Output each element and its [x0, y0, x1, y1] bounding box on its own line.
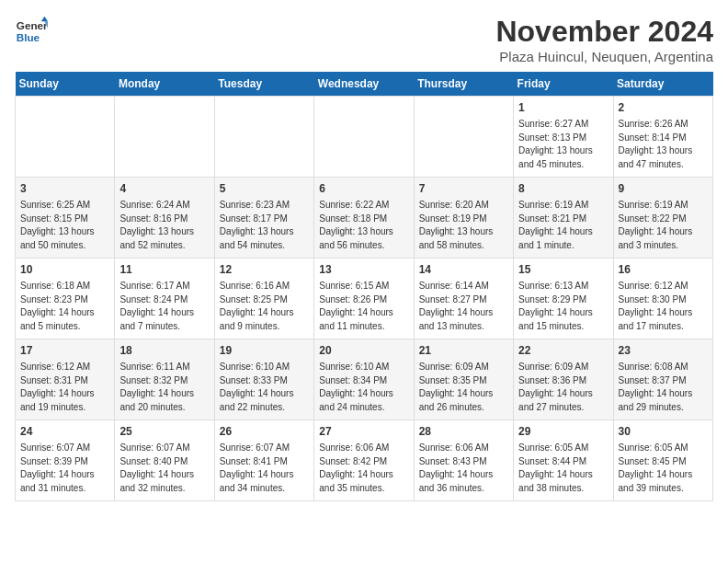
calendar-week-row: 1Sunrise: 6:27 AM Sunset: 8:13 PM Daylig…	[16, 97, 713, 178]
day-number: 16	[619, 262, 708, 277]
calendar-cell: 11Sunrise: 6:17 AM Sunset: 8:24 PM Dayli…	[115, 259, 214, 339]
calendar-cell: 16Sunrise: 6:12 AM Sunset: 8:30 PM Dayli…	[613, 259, 712, 339]
day-info: Sunrise: 6:24 AM Sunset: 8:16 PM Dayligh…	[119, 200, 194, 250]
calendar-cell: 19Sunrise: 6:10 AM Sunset: 8:33 PM Dayli…	[214, 339, 313, 420]
day-info: Sunrise: 6:19 AM Sunset: 8:22 PM Dayligh…	[619, 200, 693, 250]
page-title: November 2024	[495, 15, 713, 49]
day-number: 1	[518, 100, 608, 115]
day-number: 17	[20, 343, 109, 358]
calendar-cell: 25Sunrise: 6:07 AM Sunset: 8:40 PM Dayli…	[115, 420, 214, 501]
day-info: Sunrise: 6:08 AM Sunset: 8:37 PM Dayligh…	[619, 362, 693, 412]
calendar-cell: 3Sunrise: 6:25 AM Sunset: 8:15 PM Daylig…	[16, 178, 115, 259]
day-info: Sunrise: 6:12 AM Sunset: 8:31 PM Dayligh…	[20, 362, 95, 412]
day-number: 21	[419, 343, 508, 358]
header-monday: Monday	[115, 72, 214, 97]
day-number: 20	[319, 343, 408, 358]
logo: General Blue	[15, 15, 48, 48]
calendar-cell: 28Sunrise: 6:06 AM Sunset: 8:43 PM Dayli…	[414, 420, 513, 501]
day-number: 24	[20, 424, 109, 439]
day-info: Sunrise: 6:23 AM Sunset: 8:17 PM Dayligh…	[220, 200, 294, 250]
day-info: Sunrise: 6:07 AM Sunset: 8:41 PM Dayligh…	[220, 442, 294, 493]
calendar-cell: 15Sunrise: 6:13 AM Sunset: 8:29 PM Dayli…	[514, 259, 613, 339]
day-number: 19	[220, 343, 309, 358]
header-sunday: Sunday	[16, 72, 115, 97]
day-number: 27	[319, 424, 408, 439]
day-info: Sunrise: 6:15 AM Sunset: 8:26 PM Dayligh…	[319, 281, 393, 331]
day-number: 29	[518, 424, 608, 439]
calendar-cell: 17Sunrise: 6:12 AM Sunset: 8:31 PM Dayli…	[16, 339, 115, 420]
calendar-cell: 24Sunrise: 6:07 AM Sunset: 8:39 PM Dayli…	[16, 420, 115, 501]
calendar-table: SundayMondayTuesdayWednesdayThursdayFrid…	[15, 72, 713, 501]
calendar-cell: 14Sunrise: 6:14 AM Sunset: 8:27 PM Dayli…	[414, 259, 513, 339]
day-number: 4	[119, 181, 209, 196]
header-tuesday: Tuesday	[214, 72, 313, 97]
page-subtitle: Plaza Huincul, Neuquen, Argentina	[495, 49, 713, 64]
day-number: 14	[419, 262, 508, 277]
header-wednesday: Wednesday	[314, 72, 414, 97]
calendar-cell: 18Sunrise: 6:11 AM Sunset: 8:32 PM Dayli…	[115, 339, 214, 420]
header-saturday: Saturday	[613, 72, 712, 97]
calendar-cell: 22Sunrise: 6:09 AM Sunset: 8:36 PM Dayli…	[514, 339, 613, 420]
day-info: Sunrise: 6:18 AM Sunset: 8:23 PM Dayligh…	[20, 281, 95, 331]
calendar-cell	[414, 97, 513, 178]
day-number: 11	[119, 262, 209, 277]
day-info: Sunrise: 6:17 AM Sunset: 8:24 PM Dayligh…	[119, 281, 194, 331]
calendar-cell: 12Sunrise: 6:16 AM Sunset: 8:25 PM Dayli…	[214, 259, 313, 339]
calendar-cell: 9Sunrise: 6:19 AM Sunset: 8:22 PM Daylig…	[613, 178, 712, 259]
calendar-week-row: 3Sunrise: 6:25 AM Sunset: 8:15 PM Daylig…	[16, 178, 713, 259]
calendar-cell: 30Sunrise: 6:05 AM Sunset: 8:45 PM Dayli…	[613, 420, 712, 501]
day-info: Sunrise: 6:16 AM Sunset: 8:25 PM Dayligh…	[220, 281, 294, 331]
header: General Blue November 2024 Plaza Huincul…	[15, 15, 713, 64]
calendar-week-row: 24Sunrise: 6:07 AM Sunset: 8:39 PM Dayli…	[16, 420, 713, 501]
calendar-cell: 6Sunrise: 6:22 AM Sunset: 8:18 PM Daylig…	[314, 178, 414, 259]
day-info: Sunrise: 6:13 AM Sunset: 8:29 PM Dayligh…	[518, 281, 593, 331]
day-number: 6	[319, 181, 408, 196]
day-info: Sunrise: 6:09 AM Sunset: 8:35 PM Dayligh…	[419, 362, 494, 412]
calendar-cell: 5Sunrise: 6:23 AM Sunset: 8:17 PM Daylig…	[214, 178, 313, 259]
day-info: Sunrise: 6:27 AM Sunset: 8:13 PM Dayligh…	[518, 119, 593, 169]
day-info: Sunrise: 6:09 AM Sunset: 8:36 PM Dayligh…	[518, 362, 593, 412]
day-number: 3	[20, 181, 109, 196]
calendar-cell: 8Sunrise: 6:19 AM Sunset: 8:21 PM Daylig…	[514, 178, 613, 259]
calendar-cell: 23Sunrise: 6:08 AM Sunset: 8:37 PM Dayli…	[613, 339, 712, 420]
day-number: 9	[619, 181, 708, 196]
day-info: Sunrise: 6:10 AM Sunset: 8:34 PM Dayligh…	[319, 362, 393, 412]
calendar-cell: 2Sunrise: 6:26 AM Sunset: 8:14 PM Daylig…	[613, 97, 712, 178]
day-number: 26	[220, 424, 309, 439]
calendar-cell: 27Sunrise: 6:06 AM Sunset: 8:42 PM Dayli…	[314, 420, 414, 501]
calendar-cell: 29Sunrise: 6:05 AM Sunset: 8:44 PM Dayli…	[514, 420, 613, 501]
day-number: 13	[319, 262, 408, 277]
header-row: SundayMondayTuesdayWednesdayThursdayFrid…	[16, 72, 713, 97]
day-info: Sunrise: 6:20 AM Sunset: 8:19 PM Dayligh…	[419, 200, 494, 250]
day-info: Sunrise: 6:07 AM Sunset: 8:40 PM Dayligh…	[119, 442, 194, 493]
calendar-cell: 13Sunrise: 6:15 AM Sunset: 8:26 PM Dayli…	[314, 259, 414, 339]
calendar-cell	[214, 97, 313, 178]
calendar-cell: 20Sunrise: 6:10 AM Sunset: 8:34 PM Dayli…	[314, 339, 414, 420]
day-number: 7	[419, 181, 508, 196]
calendar-cell: 1Sunrise: 6:27 AM Sunset: 8:13 PM Daylig…	[514, 97, 613, 178]
day-info: Sunrise: 6:25 AM Sunset: 8:15 PM Dayligh…	[20, 200, 95, 250]
day-number: 25	[119, 424, 209, 439]
day-info: Sunrise: 6:05 AM Sunset: 8:45 PM Dayligh…	[619, 442, 693, 493]
title-section: November 2024 Plaza Huincul, Neuquen, Ar…	[495, 15, 713, 64]
calendar-body: 1Sunrise: 6:27 AM Sunset: 8:13 PM Daylig…	[16, 97, 713, 501]
svg-text:Blue: Blue	[17, 31, 40, 43]
calendar-header: SundayMondayTuesdayWednesdayThursdayFrid…	[16, 72, 713, 97]
day-info: Sunrise: 6:10 AM Sunset: 8:33 PM Dayligh…	[220, 362, 294, 412]
day-info: Sunrise: 6:12 AM Sunset: 8:30 PM Dayligh…	[619, 281, 693, 331]
logo-icon: General Blue	[15, 15, 48, 48]
day-number: 12	[220, 262, 309, 277]
day-info: Sunrise: 6:05 AM Sunset: 8:44 PM Dayligh…	[518, 442, 593, 493]
day-number: 18	[119, 343, 209, 358]
day-number: 8	[518, 181, 608, 196]
calendar-week-row: 10Sunrise: 6:18 AM Sunset: 8:23 PM Dayli…	[16, 259, 713, 339]
calendar-cell	[115, 97, 214, 178]
day-number: 10	[20, 262, 109, 277]
day-info: Sunrise: 6:11 AM Sunset: 8:32 PM Dayligh…	[119, 362, 194, 412]
day-info: Sunrise: 6:07 AM Sunset: 8:39 PM Dayligh…	[20, 442, 95, 493]
day-info: Sunrise: 6:06 AM Sunset: 8:42 PM Dayligh…	[319, 442, 393, 493]
calendar-cell: 21Sunrise: 6:09 AM Sunset: 8:35 PM Dayli…	[414, 339, 513, 420]
calendar-week-row: 17Sunrise: 6:12 AM Sunset: 8:31 PM Dayli…	[16, 339, 713, 420]
day-number: 28	[419, 424, 508, 439]
day-number: 30	[619, 424, 708, 439]
